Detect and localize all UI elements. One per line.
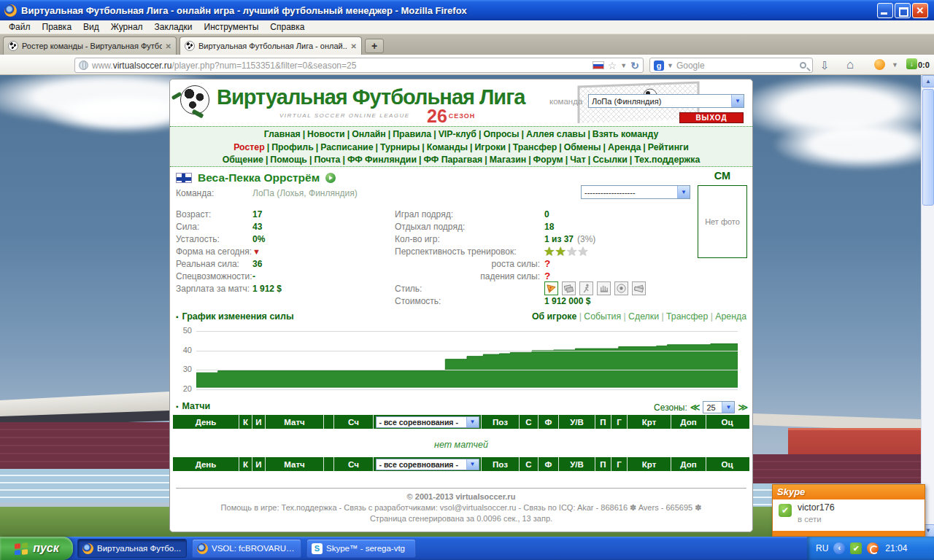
menubar-item[interactable]: Правка xyxy=(36,22,78,32)
match-column-competition-select[interactable]: - все соревнования -▼ xyxy=(374,415,482,429)
reload-icon[interactable]: ↻ xyxy=(630,60,639,71)
taskbar-task-skype[interactable]: SSkype™ - serega-vtg xyxy=(306,539,416,558)
match-column-competition-select[interactable]: - все соревнования -▼ xyxy=(374,457,482,471)
cm-label[interactable]: СМ xyxy=(698,170,747,182)
site-menu-link[interactable]: Главная xyxy=(264,129,301,139)
site-menu-link[interactable]: Онлайн xyxy=(352,129,386,139)
start-button[interactable]: пуск xyxy=(0,537,73,560)
player-tab-about[interactable]: Об игроке xyxy=(532,311,576,322)
question-mark-icon[interactable]: ? xyxy=(544,271,550,281)
menubar-item[interactable]: Закладки xyxy=(149,22,198,32)
skype-notification-popup[interactable]: Skype ✔ victor176 в сети xyxy=(772,484,925,537)
new-tab-button[interactable]: + xyxy=(365,39,384,53)
site-menu-link[interactable]: Общение xyxy=(223,155,263,165)
tab-close-icon[interactable]: ✕ xyxy=(166,42,171,50)
site-menu-link[interactable]: Турниры xyxy=(380,142,420,152)
player-tab-link[interactable]: Аренда xyxy=(715,311,746,322)
bookmark-star-icon[interactable]: ☆ xyxy=(608,61,617,71)
search-input[interactable]: Google xyxy=(676,61,797,71)
tab-close-icon[interactable]: ✕ xyxy=(351,42,357,50)
chevron-down-icon[interactable]: ▼ xyxy=(466,459,479,470)
player-team-value[interactable]: ЛоПа (Лохья, Финляндия) xyxy=(252,188,358,198)
site-menu-link[interactable]: Рейтинги xyxy=(648,142,689,152)
url-text[interactable]: www.virtualsoccer.ru/player.php?num=1153… xyxy=(92,61,589,71)
url-dropdown-icon[interactable]: ▼ xyxy=(620,62,627,69)
chevron-down-icon[interactable]: ▼ xyxy=(722,402,734,413)
site-menu-link[interactable]: Аллея славы xyxy=(526,129,585,139)
style-pizza-icon[interactable] xyxy=(544,281,558,295)
taskbar-task-firefox[interactable]: VSOL: fcBROVARU - ... xyxy=(192,539,301,558)
team-select[interactable]: ЛоПа (Финляндия)▼ xyxy=(588,94,744,108)
menubar-item[interactable]: Инструменты xyxy=(198,22,265,32)
language-indicator[interactable]: RU xyxy=(816,543,828,553)
russian-flag-addon-icon[interactable] xyxy=(593,61,604,69)
home-icon[interactable]: ⌂ xyxy=(846,58,854,72)
chevron-down-icon[interactable]: ▼ xyxy=(677,186,690,198)
google-engine-icon[interactable]: g xyxy=(654,61,664,71)
site-identity-globe-icon[interactable] xyxy=(79,61,88,70)
competition-select[interactable]: - все соревнования -▼ xyxy=(376,416,479,428)
style-cards-icon[interactable] xyxy=(562,281,576,295)
addon-dropdown-icon[interactable]: ▼ xyxy=(892,61,898,69)
taskbar-task-firefox[interactable]: Виртуальная Футбо... xyxy=(77,539,187,558)
site-menu-link[interactable]: Опросы xyxy=(483,129,519,139)
site-menu-link[interactable]: ФФ Парагвая xyxy=(423,155,482,165)
browser-tab[interactable]: Ростер команды - Виртуальная Футбо...✕ xyxy=(3,36,177,55)
menubar-item[interactable]: Файл xyxy=(3,22,36,32)
url-bar[interactable]: www.virtualsoccer.ru/player.php?num=1153… xyxy=(74,58,644,73)
player-tab-link[interactable]: Трансфер xyxy=(666,311,708,322)
site-menu-link[interactable]: Трансфер xyxy=(513,142,557,152)
engine-dropdown-icon[interactable]: ▼ xyxy=(667,62,674,69)
site-menu-link[interactable]: Взять команду xyxy=(593,129,659,139)
browser-tab[interactable]: Виртуальная Футбольная Лига - онлай...✕ xyxy=(180,36,362,55)
question-mark-icon[interactable]: ? xyxy=(544,258,550,269)
style-hand-icon[interactable] xyxy=(597,281,611,295)
scroll-up-icon[interactable]: ▲ xyxy=(922,75,934,88)
player-link-arrow-icon[interactable] xyxy=(325,173,336,183)
site-menu-link[interactable]: Ростер xyxy=(234,142,264,152)
site-menu-link[interactable]: Форум xyxy=(533,155,563,165)
menubar-item[interactable]: Вид xyxy=(77,22,105,32)
menubar-item[interactable]: Журнал xyxy=(105,22,149,32)
addon-install-icon[interactable]: ↓ xyxy=(906,58,917,69)
site-menu-link[interactable]: Правила xyxy=(393,129,431,139)
search-bar[interactable]: g ▼ Google xyxy=(649,58,813,73)
player-tab-link[interactable]: Сделки xyxy=(628,311,659,322)
competition-select[interactable]: - все соревнования -▼ xyxy=(376,459,479,470)
chevron-down-icon[interactable]: ▼ xyxy=(731,95,744,107)
site-menu-link[interactable]: Аренда xyxy=(608,142,641,152)
style-ball-icon[interactable] xyxy=(614,281,628,295)
addon-smiley-icon[interactable] xyxy=(874,59,885,70)
site-menu-link[interactable]: ФФ Финляндии xyxy=(347,155,417,165)
player-tab-link[interactable]: События xyxy=(584,311,621,322)
menubar-item[interactable]: Справка xyxy=(264,22,310,32)
prev-seasons-icon[interactable]: ≪ xyxy=(690,402,700,413)
next-seasons-icon[interactable]: ≫ xyxy=(738,402,748,413)
chevron-down-icon[interactable]: ▼ xyxy=(466,417,479,427)
season-select[interactable]: 25▼ xyxy=(703,401,735,413)
site-menu-link[interactable]: Обмены xyxy=(564,142,601,152)
logout-button[interactable]: ВЫХОД xyxy=(679,112,744,123)
site-menu-link[interactable]: Новости xyxy=(307,129,345,139)
style-banknotes-icon[interactable] xyxy=(632,281,646,295)
close-button[interactable] xyxy=(912,3,928,18)
style-runner-icon[interactable] xyxy=(579,281,593,295)
site-menu-link[interactable]: Магазин xyxy=(490,155,526,165)
site-menu-link[interactable]: Чат xyxy=(570,155,586,165)
scrollbar-thumb[interactable] xyxy=(922,89,934,206)
site-menu-link[interactable]: Помощь xyxy=(270,155,307,165)
search-magnifier-icon[interactable] xyxy=(800,62,806,69)
position-select[interactable]: -------------------▼ xyxy=(581,185,690,199)
site-menu-link[interactable]: VIP-клуб xyxy=(439,129,476,139)
site-menu-link[interactable]: Почта xyxy=(314,155,340,165)
site-menu-link[interactable]: Расписание xyxy=(320,142,373,152)
site-menu-link[interactable]: Тех.поддержка xyxy=(634,155,700,165)
tray-orange-icon[interactable] xyxy=(867,542,879,554)
download-icon[interactable]: ⇩ xyxy=(820,59,830,72)
site-menu-link[interactable]: Ссылки xyxy=(593,155,628,165)
page-scrollbar[interactable]: ▲ ▼ xyxy=(921,75,934,537)
skype-tray-icon[interactable]: ✔ xyxy=(850,542,862,554)
tray-collapse-icon[interactable]: ‹ xyxy=(833,542,845,554)
minimize-button[interactable] xyxy=(877,3,893,18)
site-menu-link[interactable]: Профиль xyxy=(271,142,314,152)
